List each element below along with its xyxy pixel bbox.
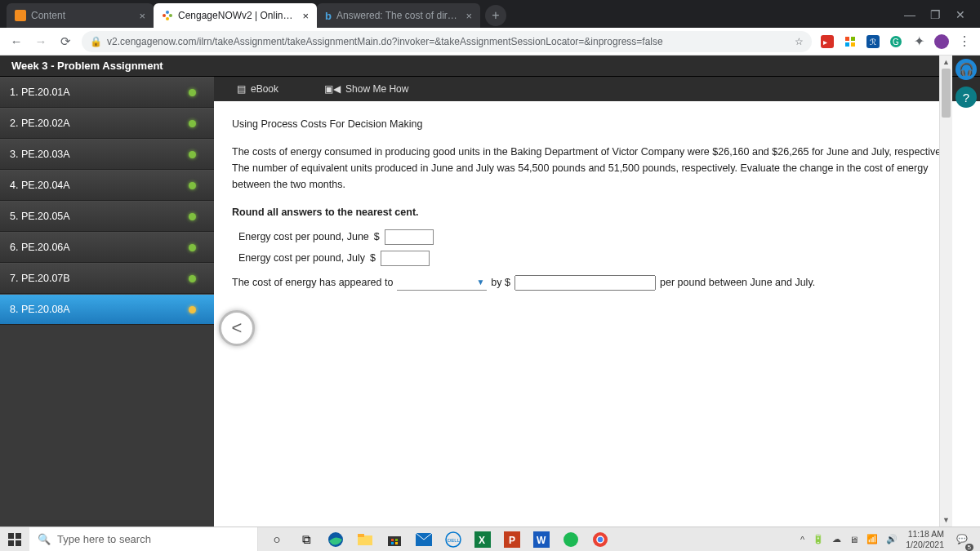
close-icon[interactable]: × [139, 10, 145, 22]
input-line-july: Energy cost per pound, July $ [232, 250, 957, 266]
mail-icon[interactable] [410, 527, 438, 552]
status-dot-icon [189, 306, 196, 313]
book-icon: ▤ [237, 83, 246, 95]
cloud-icon[interactable]: ☁ [832, 534, 841, 544]
extensions: ▸ ℛ G ✦ ⋮ [820, 34, 972, 49]
forward-button[interactable]: → [33, 33, 49, 50]
search-placeholder: Type here to search [57, 533, 151, 545]
powerpoint-icon[interactable]: P [498, 527, 526, 552]
right-rail: 🎧 ? [952, 56, 980, 108]
show-me-how-button[interactable]: ▣◀Show Me How [301, 77, 431, 101]
taskbar-clock[interactable]: 11:18 AM 1/20/2021 [906, 529, 944, 549]
sidebar-item[interactable]: 5. PE.20.05A [0, 201, 214, 232]
new-tab-button[interactable]: + [485, 5, 506, 26]
extensions-icon[interactable]: ✦ [911, 34, 926, 49]
content-heading: Using Process Costs For Decision Making [232, 116, 957, 132]
chat-icon[interactable]: 🎧 [956, 59, 977, 80]
help-icon[interactable]: ? [956, 87, 977, 108]
sentence-text: by $ [491, 274, 510, 291]
june-cost-input[interactable] [385, 229, 434, 245]
july-cost-input[interactable] [381, 251, 430, 266]
sidebar-item[interactable]: 6. PE.20.06A [0, 232, 214, 263]
edge-icon[interactable] [322, 527, 350, 552]
svg-rect-8 [851, 37, 855, 41]
menu-icon[interactable]: ⋮ [957, 34, 972, 49]
minimize-icon[interactable]: — [904, 8, 915, 21]
fill-sentence: The cost of energy has appeared to ▼ by … [232, 274, 957, 291]
lock-icon: 🔒 [90, 36, 102, 47]
back-button[interactable]: ← [8, 33, 24, 50]
svg-rect-9 [845, 42, 849, 47]
sidebar-item[interactable]: 4. PE.20.04A [0, 170, 214, 201]
maximize-icon[interactable]: ❐ [930, 8, 941, 21]
svg-text:ℛ: ℛ [870, 38, 876, 47]
svg-rect-23 [391, 539, 394, 541]
close-icon[interactable]: × [466, 10, 472, 22]
volume-icon[interactable]: 🔊 [886, 534, 898, 544]
profile-icon[interactable] [934, 34, 949, 49]
spotify-icon[interactable] [557, 527, 585, 552]
dell-icon[interactable]: DELL [439, 527, 467, 552]
ext-icon[interactable] [843, 34, 858, 49]
clock-date: 1/20/2021 [906, 540, 944, 549]
tab-cengage[interactable]: CengageNOWv2 | Online teachin × [154, 3, 317, 28]
svg-rect-21 [358, 534, 364, 537]
svg-point-0 [163, 14, 166, 17]
svg-rect-10 [851, 42, 855, 47]
taskview-icon[interactable]: ⧉ [292, 527, 320, 552]
explorer-icon[interactable] [351, 527, 379, 552]
sidebar-item-active[interactable]: 8. PE.20.08A [0, 294, 214, 325]
ebook-button[interactable]: ▤eBook [214, 77, 301, 101]
tab-label: Answered: The cost of direct mat [336, 10, 461, 21]
close-window-icon[interactable]: ✕ [956, 8, 965, 21]
sidebar-item[interactable]: 3. PE.20.03A [0, 139, 214, 170]
address-bar[interactable]: 🔒 v2.cengagenow.com/ilrn/takeAssignment/… [82, 31, 812, 52]
window-controls: — ❐ ✕ [904, 8, 973, 28]
scroll-down-icon[interactable]: ▼ [940, 513, 952, 527]
search-icon: 🔍 [38, 533, 51, 545]
svg-text:G: G [893, 38, 899, 47]
vertical-scrollbar[interactable]: ▲ ▼ [939, 56, 952, 527]
svg-rect-26 [395, 542, 398, 544]
display-icon[interactable]: 🖥 [849, 535, 858, 544]
direction-dropdown[interactable]: ▼ [397, 274, 487, 291]
notif-badge: 5 [965, 544, 973, 551]
sidebar-item-label: 1. PE.20.01A [10, 87, 70, 98]
change-amount-input[interactable] [514, 275, 656, 291]
status-dot-icon [189, 120, 196, 127]
tab-label: Content [31, 10, 134, 21]
cortana-icon[interactable]: ○ [263, 527, 291, 552]
ext-icon[interactable]: G [889, 34, 903, 49]
svg-rect-17 [8, 540, 14, 546]
tab-bartleby[interactable]: b Answered: The cost of direct mat × [317, 3, 480, 28]
windows-taskbar: 🔍 Type here to search ○ ⧉ DELL X P W ^ 🔋… [0, 527, 980, 551]
star-icon[interactable]: ☆ [795, 36, 804, 47]
sidebar-item[interactable]: 7. PE.20.07B [0, 263, 214, 294]
sidebar-item[interactable]: 1. PE.20.01A [0, 77, 214, 108]
close-icon[interactable]: × [302, 10, 309, 22]
battery-icon[interactable]: 🔋 [813, 534, 824, 544]
status-dot-icon [189, 244, 196, 251]
chrome-icon[interactable] [586, 527, 614, 552]
video-icon: ▣◀ [324, 83, 341, 95]
question-sidebar: 1. PE.20.01A 2. PE.20.02A 3. PE.20.03A 4… [0, 77, 214, 527]
reload-button[interactable]: ⟳ [57, 33, 74, 50]
excel-icon[interactable]: X [469, 527, 497, 552]
tab-content[interactable]: Content × [7, 3, 154, 28]
ext-icon[interactable]: ℛ [866, 34, 880, 49]
svg-text:▸: ▸ [823, 38, 827, 47]
chevron-up-icon[interactable]: ^ [800, 535, 804, 544]
word-icon[interactable]: W [528, 527, 555, 552]
notifications-icon[interactable]: 💬5 [952, 530, 972, 549]
taskbar-search[interactable]: 🔍 Type here to search [29, 527, 258, 552]
status-dot-icon [189, 213, 196, 220]
scroll-up-icon[interactable]: ▲ [940, 56, 952, 69]
store-icon[interactable] [381, 527, 408, 552]
scroll-thumb[interactable] [942, 69, 951, 118]
wifi-icon[interactable]: 📶 [866, 534, 878, 544]
start-button[interactable] [0, 527, 29, 552]
sidebar-item[interactable]: 2. PE.20.02A [0, 108, 214, 139]
tab-label: CengageNOWv2 | Online teachin [178, 10, 297, 21]
collapse-sidebar-button[interactable]: < [219, 310, 255, 346]
ext-icon[interactable]: ▸ [820, 34, 835, 49]
